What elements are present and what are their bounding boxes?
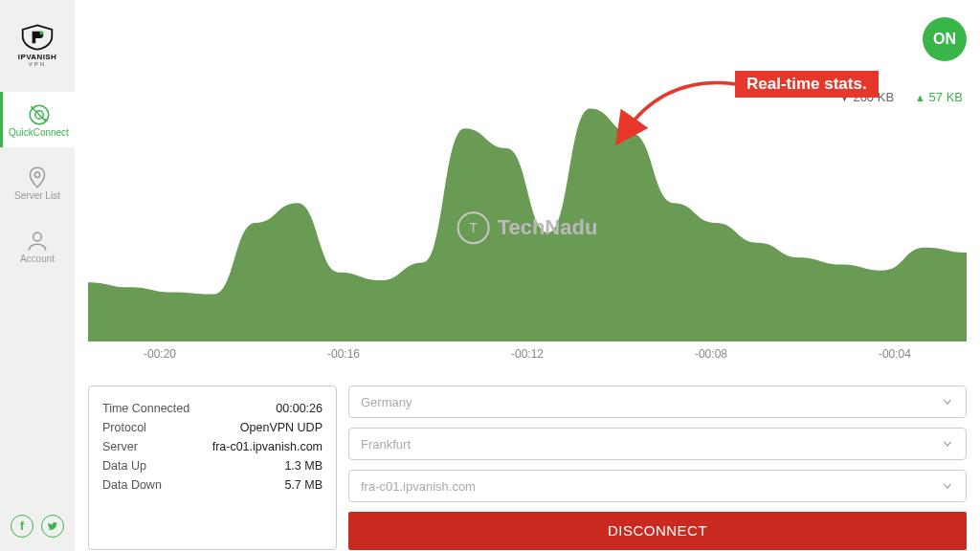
brand-logo: IPVANISH VPN <box>9 23 66 67</box>
sidebar-item-label: Server List <box>14 190 60 201</box>
location-pin-icon <box>25 165 50 190</box>
x-tick: -00:12 <box>511 347 544 361</box>
target-icon <box>27 102 52 127</box>
app-root: IPVANISH VPN QuickConnect Server List Ac… <box>0 0 980 551</box>
info-row: ProtocolOpenVPN UDP <box>102 421 323 434</box>
sidebar-item-serverlist[interactable]: Server List <box>0 155 75 210</box>
x-tick: -00:16 <box>327 347 360 361</box>
shield-p-icon <box>20 24 55 51</box>
twitter-icon[interactable] <box>41 515 64 538</box>
sidebar-item-label: Account <box>20 253 55 264</box>
area-chart-svg <box>88 94 967 342</box>
x-tick: -00:08 <box>695 347 727 361</box>
info-row: Data Up1.3 MB <box>102 459 323 473</box>
svg-point-3 <box>34 172 39 177</box>
select-value: Frankfurt <box>361 437 411 452</box>
svg-point-0 <box>39 31 43 34</box>
server-select[interactable]: fra-c01.ipvanish.com <box>348 470 967 502</box>
facebook-icon[interactable]: f <box>11 515 33 538</box>
annotation-callout: Real-time stats. <box>735 71 879 98</box>
disconnect-button[interactable]: DISCONNECT <box>348 512 967 550</box>
brand-name: IPVANISH <box>18 53 56 61</box>
chevron-down-icon <box>941 479 954 493</box>
arrow-up-icon: ▲ <box>915 92 925 103</box>
sidebar-item-label: QuickConnect <box>9 127 69 138</box>
x-tick: -00:04 <box>879 347 911 361</box>
chevron-down-icon <box>941 437 954 451</box>
traffic-chart: ▼ 200 KB ▲ 57 KB T TechNadu <box>88 94 967 342</box>
sidebar-nav: QuickConnect Server List Account <box>0 92 75 274</box>
info-row: Time Connected00:00:26 <box>102 402 323 415</box>
social-links: f <box>0 515 75 538</box>
connection-controls: Germany Frankfurt fra-c01.ipvanish.com D… <box>348 386 967 550</box>
svg-point-4 <box>33 232 42 241</box>
city-select[interactable]: Frankfurt <box>348 428 967 460</box>
info-row: Data Down5.7 MB <box>102 478 323 492</box>
upload-rate: ▲ 57 KB <box>915 90 963 104</box>
country-select[interactable]: Germany <box>348 386 967 418</box>
select-value: Germany <box>361 395 412 409</box>
select-value: fra-c01.ipvanish.com <box>361 479 476 494</box>
main-panel: ON Real-time stats. ▼ 200 KB ▲ 57 KB T T… <box>75 0 980 551</box>
info-row: Serverfra-c01.ipvanish.com <box>102 440 323 453</box>
brand-sub: VPN <box>29 61 46 67</box>
sidebar-item-account[interactable]: Account <box>0 218 75 274</box>
status-badge[interactable]: ON <box>923 17 967 61</box>
sidebar: IPVANISH VPN QuickConnect Server List Ac… <box>0 0 75 551</box>
lower-panel: Time Connected00:00:26 ProtocolOpenVPN U… <box>88 386 967 550</box>
chevron-down-icon <box>941 395 954 408</box>
x-tick: -00:20 <box>144 347 176 361</box>
sidebar-item-quickconnect[interactable]: QuickConnect <box>0 92 75 147</box>
chart-x-axis: -00:20 -00:16 -00:12 -00:08 -00:04 <box>88 342 967 361</box>
connection-info-box: Time Connected00:00:26 ProtocolOpenVPN U… <box>88 386 337 550</box>
user-icon <box>25 229 50 253</box>
